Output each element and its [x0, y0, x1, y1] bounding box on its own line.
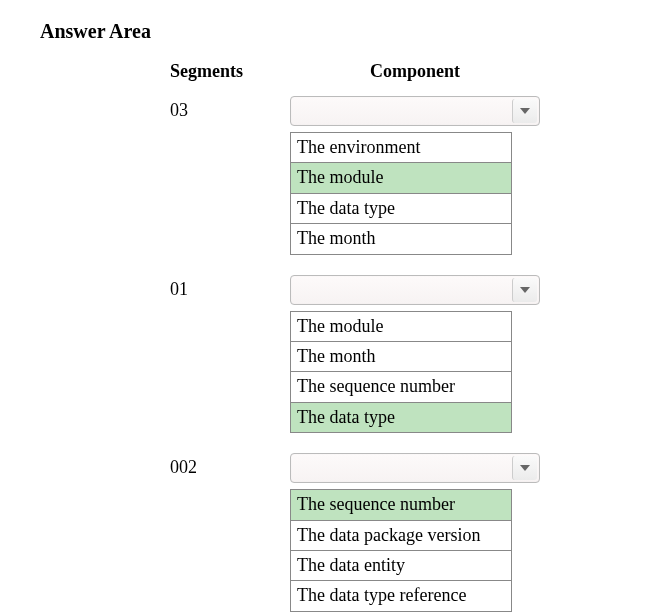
segment-label: 002: [170, 453, 290, 612]
component-area: The environment The module The data type…: [290, 96, 540, 255]
header-row: Segments Component: [170, 61, 611, 82]
answer-grid: Segments Component 03 The environment Th…: [170, 61, 611, 613]
option-item[interactable]: The sequence number: [291, 372, 511, 402]
option-item[interactable]: The month: [291, 342, 511, 372]
row-block: 03 The environment The module The data t…: [170, 96, 611, 255]
option-list: The environment The module The data type…: [290, 132, 512, 255]
svg-marker-0: [520, 108, 530, 114]
component-area: The module The month The sequence number…: [290, 275, 540, 434]
option-item[interactable]: The module: [291, 163, 511, 193]
component-dropdown[interactable]: [290, 96, 540, 126]
option-item[interactable]: The data type: [291, 403, 511, 432]
component-dropdown[interactable]: [290, 275, 540, 305]
option-item[interactable]: The module: [291, 312, 511, 342]
component-area: The sequence number The data package ver…: [290, 453, 540, 612]
chevron-down-icon: [512, 99, 537, 123]
option-item[interactable]: The month: [291, 224, 511, 253]
option-item[interactable]: The environment: [291, 133, 511, 163]
chevron-down-icon: [512, 278, 537, 302]
option-list: The module The month The sequence number…: [290, 311, 512, 434]
option-item[interactable]: The data package version: [291, 521, 511, 551]
option-item[interactable]: The sequence number: [291, 490, 511, 520]
segment-label: 03: [170, 96, 290, 255]
component-dropdown[interactable]: [290, 453, 540, 483]
option-item[interactable]: The data type reference: [291, 581, 511, 610]
svg-marker-1: [520, 287, 530, 293]
page-title: Answer Area: [40, 20, 611, 43]
option-list: The sequence number The data package ver…: [290, 489, 512, 612]
option-item[interactable]: The data type: [291, 194, 511, 224]
segment-label: 01: [170, 275, 290, 434]
row-block: 002 The sequence number The data package…: [170, 453, 611, 612]
chevron-down-icon: [512, 456, 537, 480]
option-item[interactable]: The data entity: [291, 551, 511, 581]
component-header: Component: [290, 61, 540, 82]
row-block: 01 The module The month The sequence num…: [170, 275, 611, 434]
segments-header: Segments: [170, 61, 290, 82]
svg-marker-2: [520, 465, 530, 471]
